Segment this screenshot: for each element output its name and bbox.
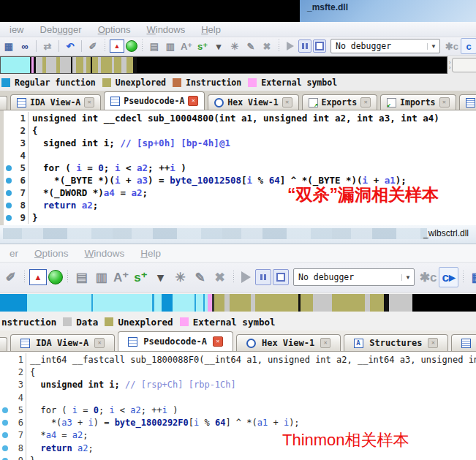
band-segment <box>60 57 71 73</box>
caret-down-icon[interactable]: ▾ <box>151 268 170 287</box>
tab-hex-view-1[interactable]: Hex View-1✕ <box>236 334 341 351</box>
navband-button[interactable] <box>452 58 476 72</box>
make-name-icon[interactable]: A⁺ <box>179 39 194 53</box>
continue-icon[interactable]: c <box>461 38 476 54</box>
tab-close-button[interactable]: ✕ <box>94 338 105 348</box>
pause-process-icon[interactable] <box>298 39 311 53</box>
make-data-icon[interactable]: ▥ <box>163 39 178 53</box>
sync-arrows-icon[interactable]: ⇄ <box>40 39 55 53</box>
debugger-select[interactable]: No debugger▼ <box>330 39 440 53</box>
line-number: 7 <box>10 430 23 440</box>
navigation-band[interactable] <box>0 294 476 312</box>
navband-zoom-ticks[interactable]: ›› <box>449 60 450 70</box>
code-text: *(_DWORD *)a4 = a2; <box>32 187 148 198</box>
tab-label: Pseudocode-A <box>143 336 207 347</box>
tab-structures[interactable]: Structures✕ <box>344 334 448 351</box>
tab-stub <box>0 96 7 110</box>
bottom-legend: nstructionDataUnexploredExternal symbol <box>0 313 476 331</box>
navband-problem-icon[interactable]: ▲ <box>29 269 47 285</box>
line-number: 1 <box>13 113 26 124</box>
make-code-icon[interactable]: ▤ <box>72 268 91 287</box>
make-data-icon[interactable]: ▥ <box>92 268 110 287</box>
make-array-icon[interactable]: ✳ <box>171 268 189 287</box>
continue-icon[interactable]: c▸ <box>439 267 458 287</box>
tab-close-button[interactable]: ✕ <box>84 97 94 108</box>
navigation-band[interactable] <box>0 56 447 74</box>
tab-close-button[interactable]: ✕ <box>188 96 198 106</box>
desktop-icon[interactable]: ▦ <box>1 39 16 53</box>
menu-item-help[interactable]: Help <box>193 24 229 35</box>
brush-lock-icon[interactable]: ✐ <box>1 268 20 287</box>
navband-ok-icon[interactable] <box>48 270 63 284</box>
make-array-icon[interactable]: ✳ <box>227 39 242 53</box>
code-text: __int64 __fastcall sub_1800088F0(__int64… <box>30 355 476 365</box>
caret-down-icon[interactable]: ▾ <box>211 39 226 53</box>
combo-caret-icon[interactable]: ▼ <box>401 274 414 281</box>
breakpoint-list-icon[interactable]: ▦ <box>468 268 476 287</box>
menu-item-iew[interactable]: iew <box>1 24 32 35</box>
tab-exports[interactable]: Exports✕ <box>302 94 377 110</box>
make-name-icon[interactable]: A⁺ <box>112 268 130 287</box>
tab-ida-view-a[interactable]: IDA View-A✕ <box>10 94 101 110</box>
attach-process-icon[interactable]: ✱c <box>445 39 459 53</box>
make-string-icon[interactable]: s⁺ <box>132 268 150 287</box>
menu-item-windows[interactable]: Windows <box>77 248 133 259</box>
band-segment <box>196 294 203 312</box>
navband-problem-icon[interactable]: ▲ <box>110 39 124 53</box>
menu-item-debugger[interactable]: Debugger <box>32 24 90 35</box>
pause-process-icon[interactable] <box>255 269 271 285</box>
tab-close-button[interactable]: ✕ <box>213 336 223 347</box>
legend-label: Regular function <box>15 78 96 88</box>
delete-function-icon[interactable]: ✖ <box>260 39 274 53</box>
delete-function-icon[interactable]: ✖ <box>211 268 229 287</box>
band-segment <box>36 57 43 73</box>
ida-view-icon <box>17 98 26 108</box>
band-segment <box>370 294 385 312</box>
tab-enu[interactable]: Enu✕ <box>459 94 476 110</box>
make-string-icon[interactable]: s⁺ <box>195 39 210 53</box>
band-segment <box>76 57 83 73</box>
tab-imports[interactable]: Imports✕ <box>380 94 456 110</box>
brush-lock-icon[interactable]: ✐ <box>86 39 100 53</box>
tab-pseudocode-a[interactable]: Pseudocode-A✕ <box>104 91 205 110</box>
tab-close-button[interactable]: ✕ <box>428 338 438 348</box>
start-process-icon[interactable] <box>287 42 294 50</box>
tab-hex-view-1[interactable]: Hex View-1✕ <box>208 94 298 110</box>
menu-item-windows[interactable]: Windows <box>138 24 193 35</box>
tab-enums[interactable]: Enums✕ <box>451 334 476 351</box>
binoculars-icon[interactable]: ∞ <box>18 39 32 53</box>
start-process-icon[interactable] <box>241 271 251 283</box>
code-text: *(a3 + i) = byte_1800292F0[i % 64] ^ *(a… <box>30 418 300 428</box>
bottom-navband-row <box>0 293 476 313</box>
stop-process-icon[interactable] <box>273 269 289 285</box>
stop-process-icon[interactable] <box>313 39 326 53</box>
debugger-select[interactable]: No debugger▼ <box>293 268 415 286</box>
combo-caret-icon[interactable]: ▼ <box>427 43 439 50</box>
tab-close-button[interactable]: ✕ <box>439 97 450 108</box>
attach-process-icon[interactable]: ✱c <box>419 268 437 287</box>
tab-ida-view-a[interactable]: IDA View-A✕ <box>10 334 115 351</box>
code-line: 5 for ( i = 0; i < a2; ++i ) <box>4 162 476 174</box>
tab-pseudocode-a[interactable]: Pseudocode-A✕ <box>118 331 233 351</box>
bottom-titlebar: _wlbsctrl.dll <box>0 225 476 244</box>
tab-close-button[interactable]: ✕ <box>320 338 330 348</box>
line-dot-icon <box>2 407 8 413</box>
legend-label: Unexplored <box>118 317 173 328</box>
pseudocode-icon <box>128 337 137 347</box>
window-title: _wlbsctrl.dll <box>423 228 469 238</box>
menu-item-help[interactable]: Help <box>132 248 169 259</box>
separator <box>277 39 281 53</box>
band-segment <box>173 294 194 312</box>
top-tabbar: IDA View-A✕Pseudocode-A✕Hex View-1✕Expor… <box>0 91 476 110</box>
legend-swatch <box>102 78 111 87</box>
edit-function-icon[interactable]: ✎ <box>191 268 209 287</box>
menu-item-options[interactable]: Options <box>26 248 77 259</box>
menu-item-er[interactable]: er <box>1 248 26 259</box>
navband-ok-icon[interactable] <box>126 40 137 52</box>
tab-close-button[interactable]: ✕ <box>360 97 371 108</box>
undo-arrow-icon[interactable]: ↶ <box>63 39 78 53</box>
edit-function-icon[interactable]: ✎ <box>243 39 258 53</box>
tab-close-button[interactable]: ✕ <box>282 97 292 108</box>
make-code-icon[interactable]: ▤ <box>147 39 162 53</box>
menu-item-options[interactable]: Options <box>90 24 139 35</box>
